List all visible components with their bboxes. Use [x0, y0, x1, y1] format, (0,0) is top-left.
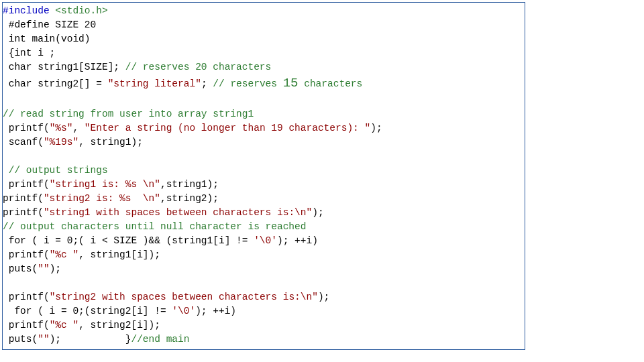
code-line: for ( i = 0;( i < SIZE )&& (string1[i] !…	[3, 234, 525, 248]
blank-line	[3, 149, 525, 164]
blank-line	[3, 93, 525, 107]
comment: //end main	[131, 334, 189, 345]
code-line: puts("");	[3, 262, 525, 276]
decl-i: {int i ;	[3, 48, 55, 58]
scanf-call: scanf(	[3, 137, 44, 147]
for-loop: for ( i = 0;(string2[i] !=	[3, 306, 172, 316]
main-sig: int main(void)	[3, 34, 91, 44]
code-line: for ( i = 0;(string2[i] != '\0'); ++i)	[3, 304, 525, 318]
comment: // read string from user into array stri…	[3, 109, 254, 119]
printf-call: printf(	[3, 207, 44, 218]
code-line: // output characters until null characte…	[3, 220, 525, 234]
string-literal: "string2 is: %s \n"	[44, 193, 160, 204]
code-line: char string2[] = "string literal"; // re…	[3, 74, 525, 93]
comment-number: 15	[283, 76, 299, 90]
decl-string2: char string2[] =	[3, 78, 108, 89]
code-line: // output strings	[3, 164, 525, 178]
string-literal: "string literal"	[108, 78, 201, 89]
char-literal: '\0'	[172, 306, 195, 316]
code-line: scanf("%19s", string1);	[3, 135, 525, 149]
printf-call: printf(	[3, 249, 50, 260]
puts-call: puts(	[3, 334, 38, 345]
printf-call: printf(	[3, 292, 50, 302]
code-line: printf("%s", "Enter a string (no longer …	[3, 121, 525, 135]
string-literal: ""	[38, 263, 49, 274]
code-line: int main(void)	[3, 32, 525, 46]
printf-call: printf(	[3, 320, 50, 330]
code-line: // read string from user into array stri…	[3, 107, 525, 121]
string-literal: "string2 with spaces between characters …	[50, 292, 318, 302]
printf-call: printf(	[3, 179, 50, 190]
comment: characters	[299, 78, 363, 89]
printf-call: printf(	[3, 193, 44, 204]
comment: // reserves	[213, 78, 282, 89]
string-literal: "%c "	[50, 320, 79, 330]
code-line: puts(""); }//end main	[3, 333, 525, 347]
include-header: <stdio.h>	[50, 5, 108, 16]
string-literal: "string1 is: %s \n"	[50, 179, 160, 190]
code-line: printf("string2 with spaces between char…	[3, 290, 525, 304]
code-line: printf("%c ", string2[i]);	[3, 318, 525, 333]
code-box: #include <stdio.h> #define SIZE 20 int m…	[2, 2, 525, 350]
decl-string1: char string1[SIZE];	[3, 62, 125, 72]
code-line: printf("string2 is: %s \n",string2);	[3, 192, 525, 206]
string-literal: "%c "	[50, 249, 79, 260]
define-line: #define SIZE 20	[3, 19, 96, 30]
comment: // reserves 20 characters	[125, 62, 272, 72]
string-literal: "%19s"	[44, 137, 78, 147]
code-line: {int i ;	[3, 46, 525, 60]
printf-call: printf(	[3, 123, 50, 133]
code-line: #define SIZE 20	[3, 18, 525, 32]
code-line: char string1[SIZE]; // reserves 20 chara…	[3, 60, 525, 74]
blank-line	[3, 276, 525, 290]
comment: // output strings	[9, 165, 108, 176]
string-literal: "%s"	[50, 123, 73, 133]
puts-call: puts(	[3, 263, 38, 274]
code-line: printf("%c ", string1[i]);	[3, 248, 525, 262]
string-literal: "Enter a string (no longer than 19 chara…	[85, 123, 370, 133]
semicolon: ;	[201, 78, 213, 89]
string-literal: ""	[38, 334, 49, 345]
comment: // output characters until null characte…	[3, 221, 306, 232]
for-loop: for ( i = 0;( i < SIZE )&& (string1[i] !…	[3, 235, 254, 246]
code-line: printf("string1 with spaces between char…	[3, 206, 525, 220]
code-line: printf("string1 is: %s \n",string1);	[3, 178, 525, 192]
string-literal: "string1 with spaces between characters …	[44, 207, 312, 218]
include-kw: #include	[3, 5, 50, 16]
char-literal: '\0'	[254, 235, 277, 246]
code-line: #include <stdio.h>	[3, 4, 525, 18]
